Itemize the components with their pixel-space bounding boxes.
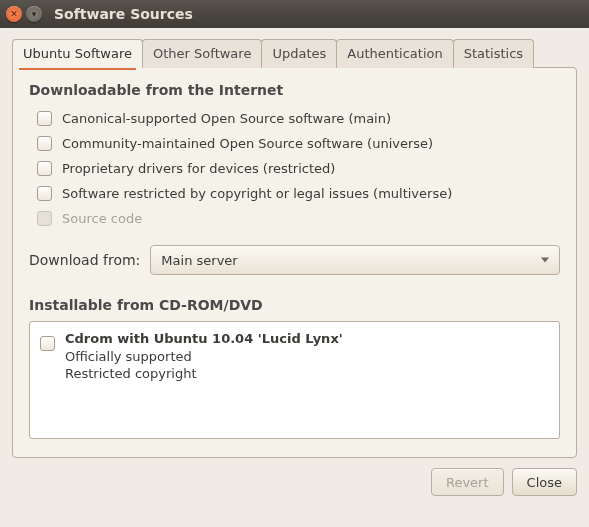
tab-label: Ubuntu Software [23,46,132,61]
cdrom-item[interactable]: Cdrom with Ubuntu 10.04 'Lucid Lynx' Off… [40,330,549,383]
cdrom-list[interactable]: Cdrom with Ubuntu 10.04 'Lucid Lynx' Off… [29,321,560,439]
check-label: Proprietary drivers for devices (restric… [62,161,335,176]
cdrom-item-line: Officially supported [65,348,343,366]
download-from-row: Download from: Main server [29,245,560,275]
checkbox-icon[interactable] [37,186,52,201]
tabbar: Ubuntu Software Other Software Updates A… [12,39,577,68]
revert-button: Revert [431,468,504,496]
check-universe[interactable]: Community-maintained Open Source softwar… [29,131,560,156]
cdrom-heading: Installable from CD-ROM/DVD [29,297,560,313]
cdrom-item-line: Restricted copyright [65,365,343,383]
window-title: Software Sources [54,6,193,22]
check-multiverse[interactable]: Software restricted by copyright or lega… [29,181,560,206]
tab-updates[interactable]: Updates [261,39,337,68]
select-value: Main server [161,253,237,268]
button-label: Close [527,475,562,490]
tab-label: Authentication [347,46,442,61]
checkbox-icon[interactable] [40,336,55,351]
check-label: Software restricted by copyright or lega… [62,186,452,201]
download-from-label: Download from: [29,252,140,268]
checkbox-icon[interactable] [37,136,52,151]
cdrom-item-text: Cdrom with Ubuntu 10.04 'Lucid Lynx' Off… [65,330,343,383]
tab-label: Other Software [153,46,251,61]
checkbox-icon[interactable] [37,111,52,126]
internet-heading: Downloadable from the Internet [29,82,560,98]
check-label: Canonical-supported Open Source software… [62,111,391,126]
check-restricted[interactable]: Proprietary drivers for devices (restric… [29,156,560,181]
window-body: Ubuntu Software Other Software Updates A… [0,28,589,508]
close-icon[interactable]: ✕ [6,6,22,22]
tab-label: Statistics [464,46,523,61]
tab-statistics[interactable]: Statistics [453,39,534,68]
tab-other-software[interactable]: Other Software [142,39,262,68]
download-server-select[interactable]: Main server [150,245,560,275]
checkbox-icon [37,211,52,226]
tab-ubuntu-software[interactable]: Ubuntu Software [12,39,143,68]
chevron-down-icon [541,258,549,263]
dialog-footer: Revert Close [12,468,577,496]
button-label: Revert [446,475,489,490]
check-label: Community-maintained Open Source softwar… [62,136,433,151]
minimize-icon[interactable]: ▾ [26,6,42,22]
check-label: Source code [62,211,142,226]
tab-authentication[interactable]: Authentication [336,39,453,68]
tab-panel: Downloadable from the Internet Canonical… [12,67,577,458]
tab-active-indicator [19,68,136,70]
titlebar: ✕ ▾ Software Sources [0,0,589,28]
tab-label: Updates [272,46,326,61]
cdrom-item-title: Cdrom with Ubuntu 10.04 'Lucid Lynx' [65,330,343,348]
close-button[interactable]: Close [512,468,577,496]
checkbox-icon[interactable] [37,161,52,176]
check-main[interactable]: Canonical-supported Open Source software… [29,106,560,131]
check-source-code: Source code [29,206,560,231]
